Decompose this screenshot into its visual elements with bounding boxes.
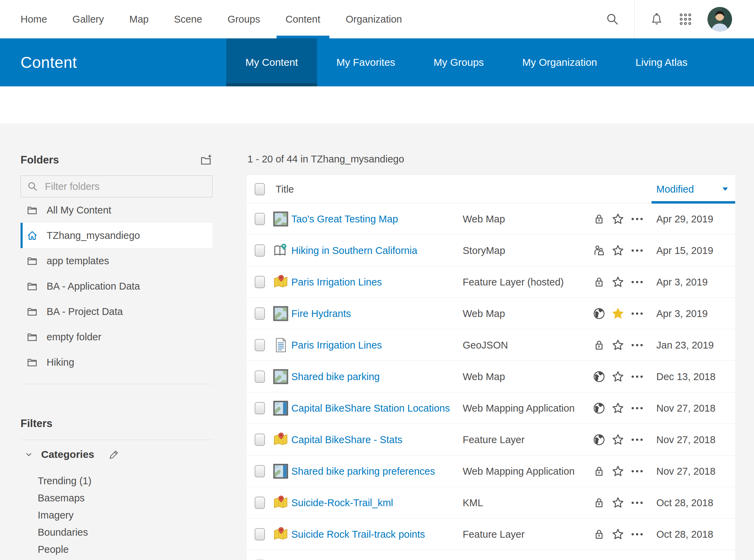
nav-item-content[interactable]: Content — [285, 0, 320, 38]
more-options-icon[interactable] — [630, 243, 644, 258]
more-options-icon[interactable] — [630, 306, 644, 321]
featurelayer-thumbnail-icon — [273, 495, 289, 511]
more-options-icon[interactable] — [630, 401, 644, 415]
content-banner: Content My ContentMy FavoritesMy GroupsM… — [0, 38, 754, 86]
sidebar-folder-empty-folder[interactable]: empty folder — [21, 324, 212, 350]
nav-item-map[interactable]: Map — [129, 0, 148, 38]
item-title-link[interactable]: Capital BikeShare - Stats — [291, 434, 402, 445]
row-checkbox[interactable] — [255, 402, 265, 414]
user-avatar[interactable] — [707, 7, 732, 32]
chevron-down-icon[interactable] — [24, 450, 34, 459]
notifications-bell-icon[interactable] — [650, 12, 664, 26]
more-options-icon[interactable] — [630, 464, 644, 478]
category-trending-1[interactable]: Trending (1) — [21, 472, 212, 489]
more-options-icon[interactable] — [630, 527, 644, 541]
row-checkbox[interactable] — [255, 528, 265, 540]
item-title-link[interactable]: Suicide-Rock-Trail_kml — [291, 497, 393, 508]
edit-pencil-icon[interactable] — [109, 449, 120, 460]
item-title-link[interactable]: Tao's Great Testing Map — [291, 213, 398, 224]
favorite-star-icon[interactable] — [611, 275, 625, 289]
favorite-star-icon[interactable] — [611, 433, 625, 447]
globe-icon — [592, 307, 606, 320]
item-title-link[interactable]: Capital BikeShare Station Locations — [291, 402, 450, 414]
sidebar-folder-hiking[interactable]: Hiking — [21, 350, 212, 375]
row-checkbox[interactable] — [255, 276, 265, 288]
item-title-link[interactable]: Suicide Rock Trail-track points — [291, 528, 425, 540]
category-imagery[interactable]: Imagery — [21, 507, 212, 524]
nav-item-gallery[interactable]: Gallery — [72, 0, 104, 38]
category-people[interactable]: People — [21, 541, 212, 558]
sidebar-folder-all-my-content[interactable]: All My Content — [21, 197, 212, 223]
item-modified-date: Nov 27, 2018 — [656, 465, 716, 477]
item-type: KML — [463, 497, 483, 508]
item-type: Web Map — [463, 213, 505, 224]
globe-icon — [592, 370, 606, 384]
row-checkbox[interactable] — [255, 497, 265, 509]
search-icon[interactable] — [606, 12, 619, 26]
sidebar-folder-ba-application-data[interactable]: BA - Application Data — [21, 273, 212, 299]
featurelayer-thumbnail-icon — [273, 274, 289, 290]
tab-living-atlas[interactable]: Living Atlas — [616, 38, 707, 86]
more-options-icon[interactable] — [630, 275, 644, 289]
sidebar-folder-app-templates[interactable]: app templates — [21, 248, 212, 273]
row-checkbox[interactable] — [255, 213, 265, 225]
item-title-link[interactable]: Hiking in Southern California — [291, 245, 417, 256]
favorite-star-icon[interactable] — [611, 496, 625, 510]
nav-item-home[interactable]: Home — [21, 0, 47, 38]
item-title-link[interactable]: Shared bike parking preferences — [291, 465, 435, 477]
more-options-icon[interactable] — [630, 433, 644, 447]
row-checkbox[interactable] — [255, 434, 265, 446]
folder-label: app templates — [47, 255, 109, 267]
item-modified-date: Apr 3, 2019 — [656, 276, 708, 288]
favorite-star-icon[interactable] — [611, 369, 625, 384]
folder-icon — [26, 356, 38, 368]
item-title-link[interactable]: Paris Irrigation Lines — [291, 339, 382, 351]
favorite-star-icon[interactable] — [611, 338, 625, 352]
more-options-icon[interactable] — [630, 212, 644, 226]
lock-icon — [592, 527, 606, 541]
row-checkbox[interactable] — [255, 339, 265, 351]
tab-my-favorites[interactable]: My Favorites — [317, 38, 414, 86]
sidebar-folder-tzhang-mysandiego[interactable]: TZhang_mysandiego — [21, 223, 212, 248]
more-options-icon[interactable] — [630, 496, 644, 510]
category-basemaps[interactable]: Basemaps — [21, 489, 212, 507]
more-options-icon[interactable] — [630, 369, 644, 384]
sidebar-folder-ba-project-data[interactable]: BA - Project Data — [21, 299, 212, 324]
favorite-star-icon[interactable] — [611, 243, 625, 258]
app-launcher-icon[interactable] — [679, 12, 692, 26]
table-row: Paris Irrigation Lines Feature Layer (ho… — [247, 266, 735, 298]
categories-label: Categories — [41, 449, 94, 460]
nav-item-organization[interactable]: Organization — [346, 0, 402, 38]
favorite-star-icon[interactable] — [611, 527, 625, 541]
row-checkbox[interactable] — [255, 244, 265, 257]
item-title-link[interactable]: Shared bike parking — [291, 371, 380, 382]
arcgis-content-page: HomeGalleryMapSceneGroupsContentOrganiza… — [0, 0, 754, 560]
tab-my-content[interactable]: My Content — [226, 38, 317, 86]
favorite-star-icon[interactable] — [611, 212, 625, 226]
row-checkbox[interactable] — [255, 370, 265, 383]
home-icon — [26, 229, 38, 242]
new-folder-icon[interactable] — [199, 154, 212, 167]
folder-icon — [26, 255, 38, 267]
item-title-link[interactable]: Fire Hydrants — [291, 308, 351, 319]
folder-filter-input[interactable] — [44, 181, 206, 193]
nav-item-scene[interactable]: Scene — [174, 0, 202, 38]
column-modified-sort[interactable]: Modified — [656, 183, 694, 195]
category-boundaries[interactable]: Boundaries — [21, 524, 212, 541]
more-options-icon[interactable] — [630, 338, 644, 352]
table-body: Tao's Great Testing Map Web Map Apr 29, … — [247, 203, 735, 560]
favorite-star-icon[interactable] — [611, 464, 625, 478]
select-all-checkbox[interactable] — [255, 183, 265, 195]
favorite-star-icon[interactable] — [611, 306, 625, 321]
tab-my-groups[interactable]: My Groups — [414, 38, 503, 86]
tab-my-organization[interactable]: My Organization — [503, 38, 616, 86]
favorite-star-icon[interactable] — [611, 401, 625, 415]
item-title-link[interactable]: Paris Irrigation Lines — [291, 276, 382, 288]
item-modified-date: Oct 28, 2018 — [656, 528, 713, 540]
row-checkbox[interactable] — [255, 307, 265, 320]
lock-icon — [592, 275, 606, 289]
folder-icon — [26, 331, 38, 343]
lock-icon — [592, 464, 606, 478]
nav-item-groups[interactable]: Groups — [228, 0, 260, 38]
row-checkbox[interactable] — [255, 465, 265, 477]
